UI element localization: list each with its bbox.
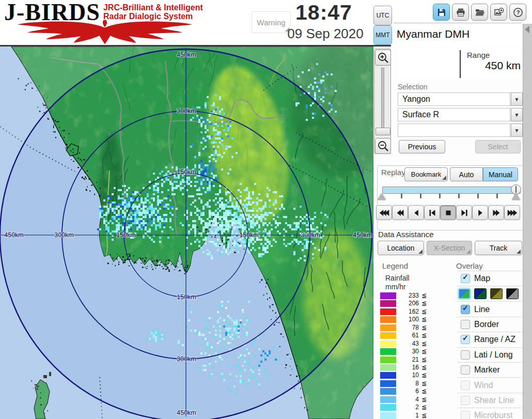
radar-map[interactable]: 450km300km150km150km300km450km450km300km… xyxy=(0,46,373,419)
open-folder-button[interactable] xyxy=(471,4,488,21)
legend-leq-symbol: ≦ xyxy=(421,412,427,419)
map-style-swatch[interactable] xyxy=(490,288,503,299)
track-button[interactable]: Track xyxy=(475,241,522,255)
legend-row: 16≦ xyxy=(380,364,437,372)
legend-value: 4 xyxy=(396,396,419,403)
svg-text:300km: 300km xyxy=(177,355,196,363)
zoom-out-button[interactable] xyxy=(375,138,391,154)
svg-text:300km: 300km xyxy=(54,231,74,239)
map-style-swatch[interactable] xyxy=(458,288,471,299)
map-style-swatches xyxy=(457,286,523,301)
legend-row: 6≦ xyxy=(380,388,437,396)
collapse-panel-icon[interactable] xyxy=(525,26,529,33)
legend-color-swatch xyxy=(380,404,396,411)
step-back-button[interactable] xyxy=(408,205,424,220)
skip-start-icon xyxy=(426,207,439,219)
utc-button[interactable]: UTC xyxy=(373,6,392,25)
legend-leq-symbol: ≦ xyxy=(421,332,427,339)
fast-rewind-button[interactable] xyxy=(376,205,392,220)
zoom-slider-thumb[interactable] xyxy=(375,128,390,135)
zoom-in-button[interactable] xyxy=(375,50,391,66)
panel-gutter[interactable] xyxy=(523,24,532,419)
mmt-button[interactable]: MMT xyxy=(373,25,392,45)
overlay-item-range-az[interactable]: ✓Range / AZ xyxy=(457,332,523,347)
product-dropdown-button[interactable]: ▼ xyxy=(511,108,523,121)
replay-timeline-slider[interactable] xyxy=(382,187,521,194)
overlay-item-lati-long[interactable]: Lati / Long xyxy=(457,347,523,362)
save-button[interactable] xyxy=(433,4,450,21)
legend-value: 162 xyxy=(396,308,419,315)
rainfall-legend: 233≦206≦162≦100≦78≦61≦43≦30≦21≦16≦10≦8≦6… xyxy=(380,292,437,419)
location-button[interactable]: Location xyxy=(378,241,424,255)
previous-button[interactable]: Previous xyxy=(399,140,445,153)
print-button[interactable] xyxy=(452,4,469,21)
replay-range-start-handle[interactable] xyxy=(378,193,386,200)
jbirds-logo: J-BIRDS JRC-Brilliant & Intelligent Rada… xyxy=(4,1,207,44)
radar-map-canvas[interactable]: 450km300km150km150km300km450km450km300km… xyxy=(0,46,373,419)
checkbox[interactable] xyxy=(461,396,470,405)
logo-tagline: JRC-Brilliant & Intelligent Radar Dialog… xyxy=(103,3,203,21)
legend-row: 233≦ xyxy=(380,292,437,300)
checkbox[interactable] xyxy=(461,365,470,375)
skip-start-button[interactable] xyxy=(424,205,440,220)
legend-value: 8 xyxy=(396,380,419,387)
rewind-button[interactable] xyxy=(392,205,408,220)
stop-button[interactable] xyxy=(440,205,456,220)
product-dropdown[interactable]: Surface R xyxy=(398,108,510,121)
add-image-button[interactable] xyxy=(490,4,507,21)
open-folder-icon xyxy=(475,7,485,18)
checkbox[interactable]: ✓ xyxy=(461,305,470,314)
jbirds-app: 450km300km150km150km300km450km450km300km… xyxy=(0,0,532,419)
option-dropdown[interactable] xyxy=(398,123,510,137)
checkbox[interactable] xyxy=(461,411,470,419)
toolbar-divider xyxy=(394,23,522,23)
site-dropdown-button[interactable]: ▼ xyxy=(511,92,523,106)
replay-range-end-handle[interactable] xyxy=(512,193,520,200)
checkbox[interactable]: ✓ xyxy=(461,274,470,283)
overlay-item-shear-line[interactable]: Shear Line xyxy=(457,393,523,408)
legend-row: 162≦ xyxy=(380,308,437,316)
map-style-swatch[interactable] xyxy=(506,288,519,299)
select-button[interactable]: Select xyxy=(475,140,521,153)
legend-row: 43≦ xyxy=(380,340,437,348)
legend-color-swatch xyxy=(380,380,396,387)
overlay-item-border[interactable]: Border xyxy=(457,317,523,332)
fastest-forward-button[interactable] xyxy=(504,205,520,220)
checkbox[interactable] xyxy=(461,350,470,360)
zoom-slider-track[interactable] xyxy=(381,68,384,135)
fast-forward-button[interactable] xyxy=(488,205,504,220)
skip-end-button[interactable] xyxy=(456,205,472,220)
manual-button[interactable]: Manual xyxy=(483,167,518,181)
overlay-item-wind[interactable]: Wind xyxy=(457,377,523,392)
slider-tick xyxy=(458,194,460,198)
svg-text:450km: 450km xyxy=(353,231,372,239)
overlay-item-label: Line xyxy=(474,305,490,314)
overlay-item-label: Lati / Long xyxy=(474,350,513,360)
legend-color-swatch xyxy=(380,372,396,379)
legend-leq-symbol: ≦ xyxy=(421,340,427,347)
menu-corner-icon xyxy=(466,250,471,254)
overlay-item-map[interactable]: ✓Map xyxy=(457,271,523,286)
play-button[interactable] xyxy=(472,205,488,220)
overlay-item-label: Range / AZ xyxy=(474,335,515,344)
legend-value: 61 xyxy=(396,332,419,339)
bookmark-button[interactable]: Bookmark xyxy=(404,167,448,181)
checkbox[interactable] xyxy=(461,381,470,390)
checkbox[interactable] xyxy=(461,320,470,329)
overlay-item-marker[interactable]: Marker xyxy=(457,362,523,377)
x-section-button[interactable]: X-Section xyxy=(427,241,472,255)
map-style-swatch[interactable] xyxy=(474,288,487,299)
site-dropdown[interactable]: Yangon xyxy=(398,92,510,106)
option-dropdown-button[interactable]: ▼ xyxy=(511,123,523,137)
overlay-item-line[interactable]: ✓Line xyxy=(457,301,523,316)
check-icon: ✓ xyxy=(462,334,468,342)
print-icon xyxy=(456,7,466,18)
help-button[interactable]: ? xyxy=(509,4,526,21)
overlay-list: ✓Map✓LineBorder✓Range / AZLati / LongMar… xyxy=(457,271,523,419)
checkbox[interactable]: ✓ xyxy=(461,335,470,344)
map-zoom-control xyxy=(374,49,391,154)
legend-color-swatch xyxy=(380,292,396,299)
auto-button[interactable]: Auto xyxy=(450,167,483,181)
legend-color-swatch xyxy=(380,388,396,395)
overlay-item-microburst[interactable]: Microburst xyxy=(457,408,523,419)
